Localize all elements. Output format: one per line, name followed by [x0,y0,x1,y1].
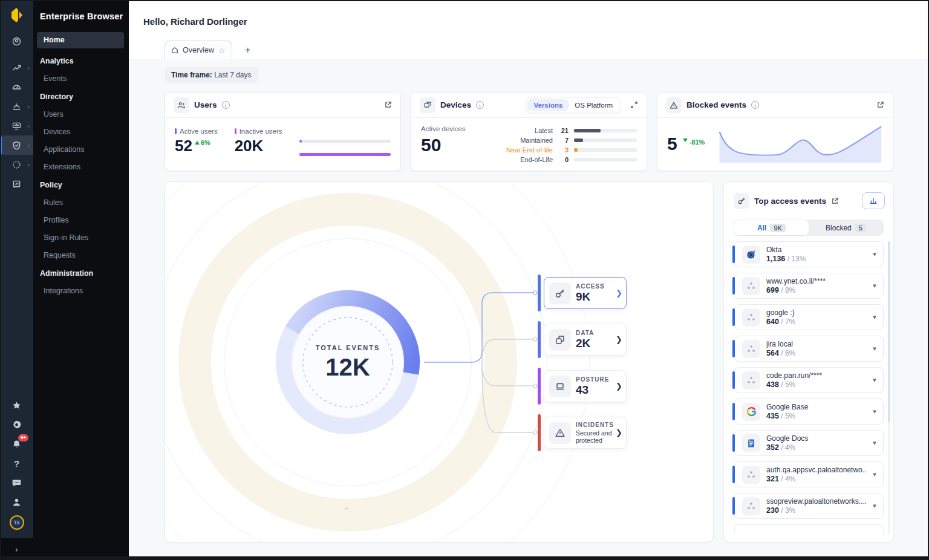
event-item-okta[interactable]: Okta 1,136 / 13% ▾ [734,241,884,267]
nav-item-devices[interactable]: Devices [33,123,129,141]
sitemap-icon [742,371,760,389]
timeframe-filter[interactable]: Time frame: Last 7 days [165,67,258,83]
data-node-card[interactable]: DATA 2K ❯ [544,324,627,356]
help-icon[interactable]: ? [0,454,33,473]
security-icon[interactable]: › [0,135,33,155]
dashboard-icon[interactable] [0,77,33,97]
chevron-down-icon[interactable]: ▾ [866,313,883,321]
chevron-right-icon[interactable]: ❯ [616,288,622,298]
chevron-down-icon[interactable]: ▾ [866,502,883,510]
panel-scrollbar-thumb[interactable] [888,241,890,423]
chevron-down-icon[interactable]: ▾ [866,470,883,478]
chevron-down-icon[interactable]: ▾ [866,282,883,290]
collapse-sidebar-button[interactable]: › [0,538,33,560]
pin-tab-icon[interactable]: ☆ [218,46,226,55]
blocked-events-delta: -81% [683,135,705,154]
latest-bar [574,129,601,132]
chevron-right-icon[interactable]: ❯ [616,382,622,391]
active-users-label: Active users [180,128,218,135]
nav-item-events[interactable]: Events [33,70,129,88]
chevron-down-icon[interactable]: ▾ [866,408,883,415]
top-bar: Hello, Richard Dorlinger Overview ☆ + [129,0,929,59]
alerts-icon[interactable]: › [0,97,33,116]
monitoring-icon[interactable]: › [0,116,33,135]
event-item-google-base[interactable]: Google Base 435 / 5% ▾ [734,399,884,425]
nav-item-extensions[interactable]: Extensions [33,158,129,176]
tab-overview-label: Overview [183,46,214,54]
events-list: Okta 1,136 / 13% ▾ www.ynet.co.il/**** 6… [732,241,884,537]
posture-node-card[interactable]: POSTURE 43 ❯ [544,370,627,402]
discover-icon[interactable] [0,31,33,51]
users-card: Users Active users 52 6% Inactive users … [165,92,401,171]
automation-icon[interactable]: › [0,155,33,174]
chevron-right-icon[interactable]: ❯ [616,428,622,437]
analytics-icon[interactable]: › [0,58,33,77]
chevron-right-icon[interactable]: ❯ [616,335,622,344]
nav-panel: Enterprise Browser Home Analytics Events… [33,0,129,560]
chevron-down-icon[interactable]: ▾ [866,376,883,384]
tab-blocked[interactable]: Blocked 5 [809,220,883,235]
toggle-versions[interactable]: Versions [527,99,569,111]
event-item-auth-qa[interactable]: auth.qa.appsvc.paloaltonetwo... 321 / 4%… [734,461,884,487]
toggle-os-platform[interactable]: OS Platform [569,99,619,111]
chart-view-button[interactable] [862,192,885,209]
devices-info-icon[interactable] [476,101,484,109]
app-logo-icon[interactable] [8,6,26,24]
users-external-link-icon[interactable] [384,101,392,109]
nav-item-requests[interactable]: Requests [33,247,129,264]
incidents-node-card[interactable]: INCIDENTS Secured and protected ❯ [544,417,627,449]
favorites-icon[interactable] [0,396,33,415]
notifications-icon[interactable]: 9+ [0,434,33,454]
posture-node-label: POSTURE [576,376,616,383]
event-item-ssopreview[interactable]: ssopreview.paloaltonetworks.... 230 / 3%… [734,493,884,519]
users-bars [299,128,391,156]
device-row-latest: Latest 21 [487,126,637,135]
decorative-plus: + [344,504,349,513]
event-item-codepan[interactable]: code.pan.run/**** 438 / 5% ▾ [734,367,884,393]
panel-external-link-icon[interactable] [831,197,839,205]
users-card-title: Users [194,100,217,109]
chevron-down-icon[interactable]: ▾ [866,439,883,447]
data-node-label: DATA [576,330,616,336]
blocked-count-badge: 5 [855,224,866,232]
add-tab-button[interactable]: + [241,44,254,57]
nav-item-signin-rules[interactable]: Sign-in Rules [33,229,129,247]
settings-icon[interactable] [0,415,33,434]
nav-item-profiles[interactable]: Profiles [33,212,129,229]
timeframe-label: Time frame: [171,71,212,79]
active-users-value: 52 [175,137,192,155]
users-info-icon[interactable] [222,101,230,109]
nav-item-integrations[interactable]: Integrations [33,282,129,300]
active-devices-value: 50 [421,135,487,155]
event-item-ynet[interactable]: www.ynet.co.il/**** 699 / 8% ▾ [734,273,884,299]
copy-squares-icon [549,329,571,351]
profile-icon[interactable] [0,492,33,512]
user-avatar[interactable]: Ta [10,515,24,530]
devices-expand-icon[interactable] [630,101,638,109]
blocked-external-link-icon[interactable] [876,101,884,109]
blocked-info-icon[interactable] [751,101,759,109]
tab-all[interactable]: All 9K [734,220,809,235]
nav-item-users[interactable]: Users [33,106,129,123]
chevron-down-icon[interactable]: ▾ [866,250,883,258]
device-version-rows: Latest 21 Maintained 7 Near End-of-life … [487,125,637,164]
inactive-users-value: 20K [235,137,264,155]
chevron-down-icon[interactable]: ▾ [866,345,883,353]
devices-icon [420,97,435,113]
google-docs-icon [742,434,760,452]
event-item-jira[interactable]: jira local 564 / 6% ▾ [734,336,884,362]
feedback-icon[interactable] [0,473,33,492]
posture-node-value: 43 [576,383,616,397]
nav-item-rules[interactable]: Rules [33,194,129,212]
blocked-events-sparkline [718,124,883,164]
nav-item-home[interactable]: Home [37,32,124,48]
access-node-card[interactable]: ACCESS 9K ❯ [544,277,627,309]
event-accent-bar [732,371,735,389]
reports-icon[interactable] [0,174,33,194]
nav-item-applications[interactable]: Applications [33,141,129,158]
tab-overview[interactable]: Overview ☆ [165,41,232,59]
data-node-bar [538,321,541,358]
timeframe-value: Last 7 days [214,71,251,79]
event-item-google[interactable]: google :) 640 / 7% ▾ [734,304,884,330]
event-item-google-docs[interactable]: Google Docs 352 / 4% ▾ [734,430,884,456]
